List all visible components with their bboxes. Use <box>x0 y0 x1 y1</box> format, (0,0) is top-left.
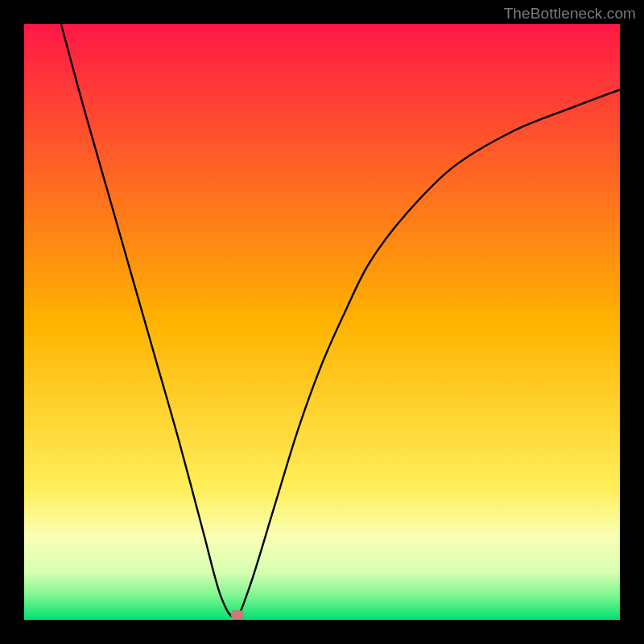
watermark-text: TheBottleneck.com <box>504 5 636 23</box>
chart-frame: TheBottleneck.com <box>0 0 644 644</box>
plot-area <box>24 24 620 620</box>
bottleneck-curve <box>24 24 620 620</box>
optimal-point-marker <box>231 610 244 620</box>
